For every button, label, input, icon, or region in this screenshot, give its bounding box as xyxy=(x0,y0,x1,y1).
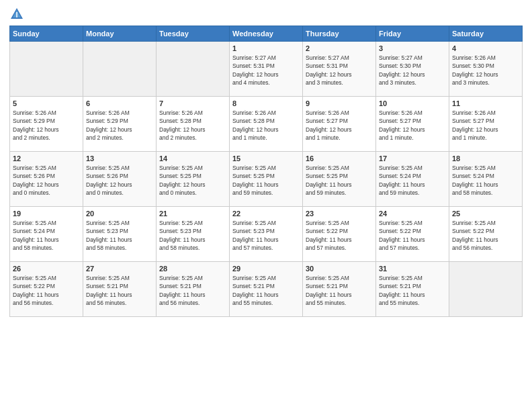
calendar-cell: 9Sunrise: 5:26 AMSunset: 5:27 PMDaylight… xyxy=(303,97,376,152)
logo-icon xyxy=(9,7,24,21)
weekday-header-row: SundayMondayTuesdayWednesdayThursdayFrid… xyxy=(10,26,523,42)
weekday-header-tuesday: Tuesday xyxy=(157,26,230,42)
calendar-cell: 24Sunrise: 5:25 AMSunset: 5:22 PMDayligh… xyxy=(376,207,449,262)
day-number: 1 xyxy=(232,44,300,52)
day-info: Sunrise: 5:25 AMSunset: 5:21 PMDaylight:… xyxy=(86,274,153,307)
calendar-cell: 1Sunrise: 5:27 AMSunset: 5:31 PMDaylight… xyxy=(230,42,303,97)
day-info: Sunrise: 5:26 AMSunset: 5:27 PMDaylight:… xyxy=(452,109,519,142)
day-info: Sunrise: 5:25 AMSunset: 5:23 PMDaylight:… xyxy=(232,219,300,252)
day-number: 5 xyxy=(13,99,80,107)
day-info: Sunrise: 5:25 AMSunset: 5:21 PMDaylight:… xyxy=(159,274,226,307)
day-number: 29 xyxy=(232,265,300,273)
day-info: Sunrise: 5:25 AMSunset: 5:22 PMDaylight:… xyxy=(13,274,80,307)
day-number: 21 xyxy=(159,210,226,218)
weekday-header-sunday: Sunday xyxy=(10,26,83,42)
calendar-cell: 12Sunrise: 5:25 AMSunset: 5:26 PMDayligh… xyxy=(10,152,83,207)
calendar-cell: 6Sunrise: 5:26 AMSunset: 5:29 PMDaylight… xyxy=(83,97,157,152)
day-info: Sunrise: 5:27 AMSunset: 5:30 PMDaylight:… xyxy=(379,54,446,87)
calendar-cell: 11Sunrise: 5:26 AMSunset: 5:27 PMDayligh… xyxy=(449,97,523,152)
day-info: Sunrise: 5:25 AMSunset: 5:24 PMDaylight:… xyxy=(452,164,519,197)
day-info: Sunrise: 5:25 AMSunset: 5:22 PMDaylight:… xyxy=(306,219,373,252)
calendar-cell: 3Sunrise: 5:27 AMSunset: 5:30 PMDaylight… xyxy=(376,42,449,97)
day-info: Sunrise: 5:25 AMSunset: 5:23 PMDaylight:… xyxy=(159,219,226,252)
day-info: Sunrise: 5:26 AMSunset: 5:27 PMDaylight:… xyxy=(379,109,446,142)
day-number: 16 xyxy=(306,154,373,163)
day-number: 15 xyxy=(232,154,300,163)
calendar-cell: 22Sunrise: 5:25 AMSunset: 5:23 PMDayligh… xyxy=(230,207,303,262)
week-row-5: 26Sunrise: 5:25 AMSunset: 5:22 PMDayligh… xyxy=(10,262,523,317)
day-number: 9 xyxy=(306,99,373,107)
day-info: Sunrise: 5:26 AMSunset: 5:28 PMDaylight:… xyxy=(159,109,226,142)
day-info: Sunrise: 5:26 AMSunset: 5:28 PMDaylight:… xyxy=(232,109,300,142)
day-number: 24 xyxy=(379,210,446,218)
calendar-cell: 23Sunrise: 5:25 AMSunset: 5:22 PMDayligh… xyxy=(303,207,376,262)
calendar-cell: 15Sunrise: 5:25 AMSunset: 5:25 PMDayligh… xyxy=(230,152,303,207)
calendar-cell: 16Sunrise: 5:25 AMSunset: 5:25 PMDayligh… xyxy=(303,152,376,207)
header xyxy=(9,7,523,21)
calendar-cell: 26Sunrise: 5:25 AMSunset: 5:22 PMDayligh… xyxy=(10,262,83,317)
calendar-cell: 17Sunrise: 5:25 AMSunset: 5:24 PMDayligh… xyxy=(376,152,449,207)
day-number: 2 xyxy=(306,44,373,52)
calendar-cell xyxy=(157,42,230,97)
day-number: 18 xyxy=(452,154,519,163)
day-info: Sunrise: 5:26 AMSunset: 5:27 PMDaylight:… xyxy=(306,109,373,142)
day-info: Sunrise: 5:25 AMSunset: 5:22 PMDaylight:… xyxy=(452,219,519,252)
day-info: Sunrise: 5:26 AMSunset: 5:29 PMDaylight:… xyxy=(13,109,80,142)
calendar-cell: 8Sunrise: 5:26 AMSunset: 5:28 PMDaylight… xyxy=(230,97,303,152)
week-row-1: 1Sunrise: 5:27 AMSunset: 5:31 PMDaylight… xyxy=(10,42,523,97)
calendar-cell xyxy=(83,42,157,97)
day-info: Sunrise: 5:25 AMSunset: 5:26 PMDaylight:… xyxy=(86,164,153,197)
day-info: Sunrise: 5:25 AMSunset: 5:25 PMDaylight:… xyxy=(232,164,300,197)
day-number: 13 xyxy=(86,154,153,163)
weekday-header-saturday: Saturday xyxy=(449,26,523,42)
day-number: 26 xyxy=(13,265,80,273)
day-number: 4 xyxy=(452,44,519,52)
day-number: 10 xyxy=(379,99,446,107)
day-number: 7 xyxy=(159,99,226,107)
calendar-cell: 21Sunrise: 5:25 AMSunset: 5:23 PMDayligh… xyxy=(157,207,230,262)
calendar-cell: 4Sunrise: 5:26 AMSunset: 5:30 PMDaylight… xyxy=(449,42,523,97)
calendar-cell: 25Sunrise: 5:25 AMSunset: 5:22 PMDayligh… xyxy=(449,207,523,262)
day-info: Sunrise: 5:25 AMSunset: 5:21 PMDaylight:… xyxy=(306,274,373,307)
calendar-cell: 27Sunrise: 5:25 AMSunset: 5:21 PMDayligh… xyxy=(83,262,157,317)
day-info: Sunrise: 5:26 AMSunset: 5:29 PMDaylight:… xyxy=(86,109,153,142)
day-number: 27 xyxy=(86,265,153,273)
calendar-cell: 18Sunrise: 5:25 AMSunset: 5:24 PMDayligh… xyxy=(449,152,523,207)
weekday-header-thursday: Thursday xyxy=(303,26,376,42)
calendar-container: SundayMondayTuesdayWednesdayThursdayFrid… xyxy=(0,0,532,324)
day-info: Sunrise: 5:25 AMSunset: 5:21 PMDaylight:… xyxy=(232,274,300,307)
day-info: Sunrise: 5:25 AMSunset: 5:24 PMDaylight:… xyxy=(13,219,80,252)
calendar-cell xyxy=(449,262,523,317)
calendar-cell: 13Sunrise: 5:25 AMSunset: 5:26 PMDayligh… xyxy=(83,152,157,207)
day-number: 11 xyxy=(452,99,519,107)
day-number: 6 xyxy=(86,99,153,107)
week-row-3: 12Sunrise: 5:25 AMSunset: 5:26 PMDayligh… xyxy=(10,152,523,207)
day-number: 8 xyxy=(232,99,300,107)
day-info: Sunrise: 5:25 AMSunset: 5:22 PMDaylight:… xyxy=(379,219,446,252)
day-info: Sunrise: 5:25 AMSunset: 5:25 PMDaylight:… xyxy=(306,164,373,197)
weekday-header-monday: Monday xyxy=(83,26,157,42)
day-number: 12 xyxy=(13,154,80,163)
weekday-header-wednesday: Wednesday xyxy=(230,26,303,42)
day-number: 22 xyxy=(232,210,300,218)
day-number: 17 xyxy=(379,154,446,163)
day-number: 3 xyxy=(379,44,446,52)
day-number: 30 xyxy=(306,265,373,273)
calendar-cell: 20Sunrise: 5:25 AMSunset: 5:23 PMDayligh… xyxy=(83,207,157,262)
day-info: Sunrise: 5:26 AMSunset: 5:30 PMDaylight:… xyxy=(452,54,519,87)
calendar-cell: 14Sunrise: 5:25 AMSunset: 5:25 PMDayligh… xyxy=(157,152,230,207)
day-number: 25 xyxy=(452,210,519,218)
day-number: 31 xyxy=(379,265,446,273)
calendar-cell: 10Sunrise: 5:26 AMSunset: 5:27 PMDayligh… xyxy=(376,97,449,152)
day-number: 14 xyxy=(159,154,226,163)
calendar-cell: 2Sunrise: 5:27 AMSunset: 5:31 PMDaylight… xyxy=(303,42,376,97)
day-info: Sunrise: 5:25 AMSunset: 5:25 PMDaylight:… xyxy=(159,164,226,197)
calendar-cell: 7Sunrise: 5:26 AMSunset: 5:28 PMDaylight… xyxy=(157,97,230,152)
week-row-4: 19Sunrise: 5:25 AMSunset: 5:24 PMDayligh… xyxy=(10,207,523,262)
calendar-cell: 29Sunrise: 5:25 AMSunset: 5:21 PMDayligh… xyxy=(230,262,303,317)
day-number: 19 xyxy=(13,210,80,218)
calendar-cell: 19Sunrise: 5:25 AMSunset: 5:24 PMDayligh… xyxy=(10,207,83,262)
logo xyxy=(9,7,27,21)
week-row-2: 5Sunrise: 5:26 AMSunset: 5:29 PMDaylight… xyxy=(10,97,523,152)
calendar-cell xyxy=(10,42,83,97)
